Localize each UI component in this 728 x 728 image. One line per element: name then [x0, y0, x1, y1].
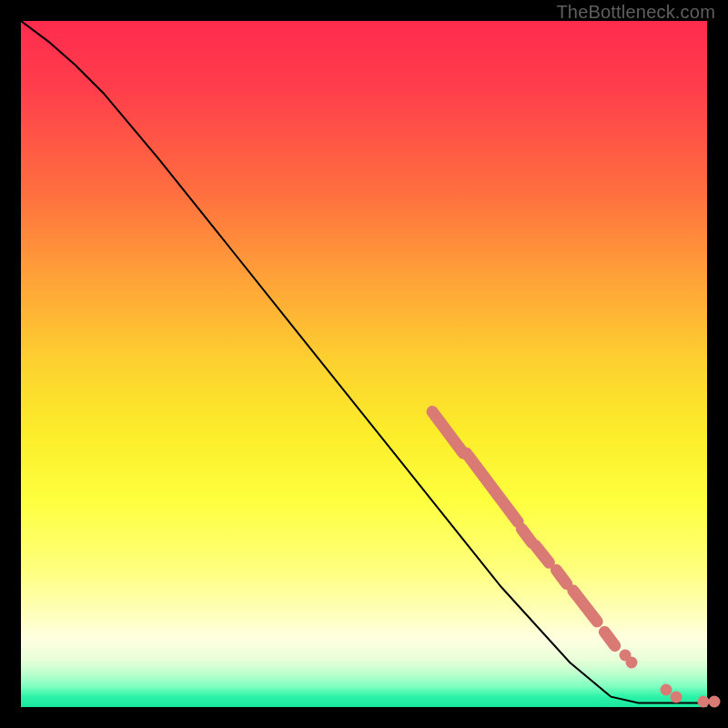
curve-svg	[21, 21, 707, 707]
chart-frame: TheBottleneck.com	[0, 0, 728, 728]
curve-line	[21, 21, 707, 703]
marker-point	[671, 691, 682, 703]
marker-point	[708, 695, 720, 707]
plot-area	[21, 21, 707, 707]
watermark-text: TheBottleneck.com	[556, 2, 715, 23]
marker-point	[626, 656, 638, 668]
